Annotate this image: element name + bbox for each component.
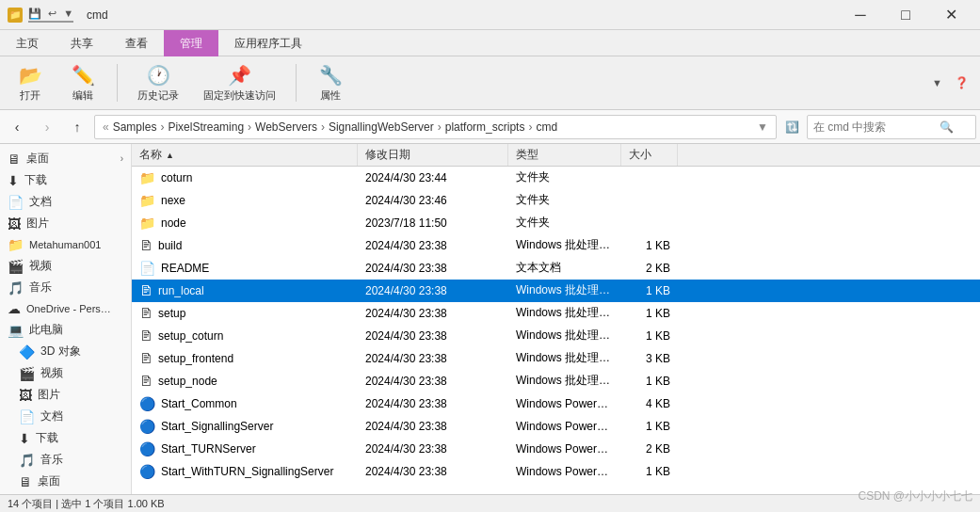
file-row-build[interactable]: 🖹 build 2024/4/30 23:38 Windows 批处理… 1 K… — [132, 234, 980, 257]
folder-icon-node: 📁 — [139, 216, 155, 231]
documents2-icon: 📄 — [19, 409, 35, 424]
path-platform-scripts[interactable]: platform_scripts — [445, 120, 525, 134]
3d-icon: 🔷 — [19, 344, 35, 360]
file-list-header: 名称 ▲ 修改日期 类型 大小 — [132, 144, 980, 167]
status-text: 14 个项目 | 选中 1 个项目 1.00 KB — [8, 497, 165, 511]
tab-manage[interactable]: 管理 — [164, 30, 218, 56]
ribbon-content: 📂 打开 ✏️ 编辑 🕐 历史记录 📌 固定到快速访问 🔧 属性 ▼ ❓ — [0, 56, 980, 109]
tab-apptools[interactable]: 应用程序工具 — [218, 30, 318, 56]
path-cmd[interactable]: cmd — [536, 120, 557, 134]
path-signalling[interactable]: SignallingWebServer — [329, 120, 434, 134]
file-type-node: 文件夹 — [508, 215, 621, 231]
col-header-name[interactable]: 名称 ▲ — [132, 144, 358, 166]
file-row-run-local[interactable]: 🖹 run_local 2024/4/30 23:38 Windows 批处理…… — [132, 280, 980, 302]
nav-metahuman[interactable]: 📁 Metahuman001 — [0, 234, 131, 255]
file-date-run-local: 2024/4/30 23:38 — [358, 284, 508, 297]
folder-icon-nexe: 📁 — [139, 193, 155, 208]
file-name-setup-coturn: 🖹 setup_coturn — [132, 328, 358, 344]
address-path[interactable]: « Samples › PixelStreaming › WebServers … — [94, 115, 777, 139]
documents-icon: 📄 — [8, 195, 24, 210]
help-button[interactable]: ❓ — [950, 72, 972, 94]
properties-button[interactable]: 🔧 属性 — [308, 60, 353, 105]
back-button[interactable]: ‹ — [4, 114, 30, 140]
path-pixelstreaming[interactable]: PixelStreaming — [168, 120, 244, 134]
nav-documents[interactable]: 📄 文档 — [0, 191, 131, 213]
file-row-node[interactable]: 📁 node 2023/7/18 11:50 文件夹 — [132, 212, 980, 234]
pin-button[interactable]: 📌 固定到快速访问 — [195, 60, 284, 105]
nav-music[interactable]: 🎵 音乐 — [0, 277, 131, 298]
forward-button[interactable]: › — [34, 114, 60, 140]
file-name-start-withturn: 🔵 Start_WithTURN_SignallingServer — [132, 464, 358, 479]
separator-2 — [296, 64, 297, 102]
file-row-readme[interactable]: 📄 README 2024/4/30 23:38 文本文档 2 KB — [132, 257, 980, 280]
nav-desktop2[interactable]: 🖥 桌面 — [0, 471, 131, 492]
file-row-nexe[interactable]: 📁 nexe 2024/4/30 23:46 文件夹 — [132, 189, 980, 212]
path-webservers[interactable]: WebServers — [255, 120, 317, 134]
file-row-setup-coturn[interactable]: 🖹 setup_coturn 2024/4/30 23:38 Windows 批… — [132, 325, 980, 347]
col-header-size[interactable]: 大小 — [621, 144, 678, 166]
minimize-button[interactable]: ─ — [839, 0, 882, 30]
file-name-setup: 🖹 setup — [132, 306, 358, 321]
file-size-start-turn: 2 KB — [621, 442, 678, 456]
file-type-setup-coturn: Windows 批处理… — [508, 328, 621, 344]
close-button[interactable]: ✕ — [929, 0, 972, 30]
ribbon: 主页 共享 查看 管理 应用程序工具 📂 打开 ✏️ 编辑 🕐 历史记录 📌 固… — [0, 30, 980, 110]
search-input[interactable] — [813, 120, 936, 134]
open-button[interactable]: 📂 打开 — [8, 60, 53, 105]
file-size-start-signalling: 1 KB — [621, 420, 678, 433]
file-size-start-common: 4 KB — [621, 397, 678, 410]
ps-icon-start-common: 🔵 — [139, 396, 155, 411]
nav-3d[interactable]: 🔷 3D 对象 — [0, 341, 131, 362]
file-row-setup[interactable]: 🖹 setup 2024/4/30 23:38 Windows 批处理… 1 K… — [132, 302, 980, 325]
file-date-readme: 2024/4/30 23:38 — [358, 262, 508, 275]
nav-pictures[interactable]: 🖼 图片 — [0, 213, 131, 234]
search-icon[interactable]: 🔍 — [940, 120, 954, 134]
file-row-start-turn[interactable]: 🔵 Start_TURNServer 2024/4/30 23:38 Windo… — [132, 438, 980, 460]
nav-thispc[interactable]: 💻 此电脑 — [0, 319, 131, 341]
search-box: 🔍 — [807, 115, 976, 139]
col-header-type[interactable]: 类型 — [508, 144, 621, 166]
edit-button[interactable]: ✏️ 编辑 — [60, 60, 105, 105]
path-arrow-start: « — [103, 120, 109, 134]
file-name-readme: 📄 README — [132, 261, 358, 276]
nav-documents2[interactable]: 📄 文档 — [0, 406, 131, 427]
file-row-start-common[interactable]: 🔵 Start_Common 2024/4/30 23:38 Windows P… — [132, 392, 980, 415]
file-row-setup-node[interactable]: 🖹 setup_node 2024/4/30 23:38 Windows 批处理… — [132, 370, 980, 392]
file-type-setup-node: Windows 批处理… — [508, 373, 621, 389]
nav-pictures2[interactable]: 🖼 图片 — [0, 384, 131, 406]
file-row-start-signalling[interactable]: 🔵 Start_SignallingServer 2024/4/30 23:38… — [132, 415, 980, 438]
bat-icon-setup-coturn: 🖹 — [139, 328, 153, 344]
downloads2-icon: ⬇ — [19, 431, 30, 446]
file-size-setup: 1 KB — [621, 307, 678, 320]
file-date-start-withturn: 2024/4/30 23:38 — [358, 465, 508, 478]
file-type-setup-frontend: Windows 批处理… — [508, 350, 621, 366]
nav-videos[interactable]: 🎬 视频 — [0, 255, 131, 277]
col-header-date[interactable]: 修改日期 — [358, 144, 508, 166]
history-button[interactable]: 🕐 历史记录 — [129, 60, 187, 105]
nav-onedrive[interactable]: ☁ OneDrive - Pers… — [0, 298, 131, 319]
edit-icon: ✏️ — [72, 64, 95, 87]
nav-downloads[interactable]: ⬇ 下载 — [0, 169, 131, 191]
nav-music2[interactable]: 🎵 音乐 — [0, 449, 131, 471]
title-bar-left: 📁 💾 ↩ ▼ cmd — [8, 8, 108, 23]
file-date-setup-coturn: 2024/4/30 23:38 — [358, 329, 508, 343]
file-type-build: Windows 批处理… — [508, 237, 621, 253]
tab-home[interactable]: 主页 — [0, 30, 55, 56]
nav-desktop[interactable]: 🖥 桌面 › — [0, 148, 131, 169]
tab-view[interactable]: 查看 — [109, 30, 164, 56]
file-row-coturn[interactable]: 📁 coturn 2024/4/30 23:44 文件夹 — [132, 167, 980, 189]
up-button[interactable]: ↑ — [64, 114, 90, 140]
tab-share[interactable]: 共享 — [55, 30, 109, 56]
file-row-setup-frontend[interactable]: 🖹 setup_frontend 2024/4/30 23:38 Windows… — [132, 347, 980, 370]
nav-diskc[interactable]: 💾 本地磁盘 (C:) — [0, 492, 131, 494]
file-row-start-withturn[interactable]: 🔵 Start_WithTURN_SignallingServer 2024/4… — [132, 460, 980, 483]
nav-videos2[interactable]: 🎬 视频 — [0, 362, 131, 384]
file-date-node: 2023/7/18 11:50 — [358, 216, 508, 230]
nav-downloads2[interactable]: ⬇ 下载 — [0, 427, 131, 449]
path-samples[interactable]: Samples — [113, 120, 157, 134]
file-name-coturn: 📁 coturn — [132, 170, 358, 185]
file-size-build: 1 KB — [621, 239, 678, 252]
file-name-start-common: 🔵 Start_Common — [132, 396, 358, 411]
refresh-button[interactable]: 🔃 — [780, 116, 803, 138]
maximize-button[interactable]: □ — [884, 0, 927, 30]
